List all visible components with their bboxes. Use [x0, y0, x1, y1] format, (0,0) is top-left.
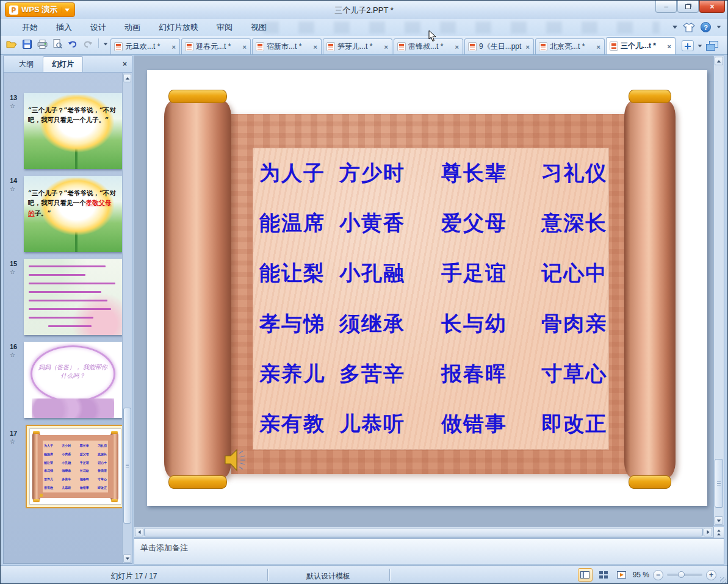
- slide-sorter-view-button[interactable]: [596, 568, 611, 582]
- doc-tab[interactable]: 9《生日...ppt *×: [464, 38, 534, 54]
- scrollbar-thumb[interactable]: [715, 459, 723, 508]
- slide-text-cell: 手足谊: [441, 259, 507, 287]
- design-template-button[interactable]: 默认设计模板: [267, 571, 389, 582]
- tab-outline[interactable]: 大纲: [10, 56, 43, 72]
- collapse-ribbon-icon[interactable]: [672, 26, 677, 29]
- redo-button[interactable]: [82, 38, 94, 50]
- status-divider: [389, 569, 390, 581]
- scrollbar-thumb[interactable]: [144, 528, 703, 536]
- doc-tab[interactable]: 元旦欢...t *×: [110, 38, 180, 54]
- slide-text-cell: 即改正: [541, 410, 607, 438]
- zoom-slider[interactable]: [667, 574, 702, 576]
- normal-view-icon: [580, 571, 589, 579]
- skin-shirt-icon[interactable]: [683, 23, 695, 32]
- tab-close-icon[interactable]: ×: [455, 43, 460, 51]
- doc-tab[interactable]: 迎春元...t *×: [181, 38, 251, 54]
- toolbar-separator: [98, 38, 99, 48]
- wps-menu-button[interactable]: P WPS 演示: [5, 2, 75, 17]
- zoom-slider-thumb[interactable]: [678, 571, 685, 578]
- tab-close-icon[interactable]: ×: [242, 43, 247, 51]
- animation-indicator-icon[interactable]: ☆: [10, 438, 15, 445]
- slide-text-cell: 为人子: [259, 159, 325, 187]
- undo-button[interactable]: [67, 38, 79, 50]
- slideshow-button[interactable]: [614, 568, 629, 582]
- normal-view-button[interactable]: [578, 568, 593, 582]
- slide-canvas[interactable]: 为人子方少时尊长辈习礼仪能温席小黄香爱父母意深长能让梨小孔融手足谊记心中孝与悌须…: [147, 70, 707, 506]
- horizontal-scrollbar[interactable]: [134, 527, 713, 538]
- scroll-up-button[interactable]: [123, 74, 131, 82]
- panel-close-icon[interactable]: ×: [123, 60, 127, 68]
- zoom-in-button[interactable]: +: [706, 570, 716, 580]
- tab-list-dropdown-icon[interactable]: [698, 45, 702, 47]
- menu-animation[interactable]: 动画: [115, 20, 150, 35]
- resize-grip[interactable]: [720, 577, 726, 583]
- restore-icon: [685, 4, 691, 9]
- doc-tab-label: 三个儿...t *: [621, 41, 665, 51]
- slide-text-row: 亲有教儿恭听做错事即改正: [253, 399, 608, 449]
- scroll-left-button[interactable]: [135, 528, 143, 536]
- inactive-ribbon-ghost: [263, 21, 660, 34]
- tab-close-icon[interactable]: ×: [525, 43, 530, 51]
- animation-indicator-icon[interactable]: ☆: [10, 269, 15, 275]
- doc-tab[interactable]: 宿新市...t *×: [252, 38, 322, 54]
- ppt-file-icon: [256, 42, 264, 51]
- doc-tab-active[interactable]: 三个儿...t *×: [606, 37, 676, 54]
- print-button[interactable]: [36, 38, 48, 50]
- menu-home[interactable]: 开始: [13, 20, 47, 35]
- animation-indicator-icon[interactable]: ☆: [10, 103, 15, 109]
- slide-text-cell: 须继承: [339, 310, 405, 338]
- tab-close-icon[interactable]: ×: [313, 43, 318, 51]
- print-preview-button[interactable]: [51, 38, 63, 50]
- sidebar-scrollbar[interactable]: [122, 73, 132, 563]
- double-up-icon: [717, 533, 721, 536]
- scroll-down-button[interactable]: [715, 516, 723, 525]
- open-button[interactable]: [5, 38, 18, 50]
- slide-number: 15: [10, 260, 23, 267]
- tab-close-icon[interactable]: ×: [596, 43, 601, 51]
- animation-indicator-icon[interactable]: ☆: [10, 186, 15, 192]
- minimize-button[interactable]: –: [655, 1, 677, 13]
- speaker-sound-icon[interactable]: [224, 447, 248, 473]
- wps-menu-dropdown[interactable]: [62, 7, 72, 13]
- doc-tab[interactable]: 北京亮...t *×: [535, 38, 605, 54]
- doc-tab[interactable]: 笋芽儿...t *×: [323, 38, 392, 54]
- restore-button[interactable]: [677, 1, 699, 13]
- app-name: WPS 演示: [21, 4, 57, 15]
- zoom-out-button[interactable]: −: [653, 570, 663, 580]
- thumb-mini-row: 为人子方少时尊长辈习礼仪: [44, 444, 107, 447]
- scrollbar-thumb[interactable]: [123, 408, 131, 524]
- notes-pane[interactable]: 单击添加备注: [134, 538, 724, 564]
- scroll-down-button[interactable]: [123, 554, 131, 563]
- wps-logo-icon: P: [9, 5, 18, 15]
- menu-design[interactable]: 设计: [81, 20, 115, 35]
- slide-text-row: 能让梨小孔融手足谊记心中: [253, 248, 608, 298]
- tab-close-icon[interactable]: ×: [667, 43, 672, 50]
- menu-review[interactable]: 审阅: [207, 20, 242, 35]
- slide-text-cell: 小黄香: [339, 209, 405, 237]
- text-line: [29, 308, 111, 310]
- scroll-right-button[interactable]: [704, 528, 712, 536]
- save-button[interactable]: [21, 38, 33, 50]
- doc-tab-label: 迎春元...t *: [196, 41, 240, 52]
- notes-placeholder[interactable]: 单击添加备注: [140, 543, 718, 553]
- help-dropdown-icon[interactable]: [717, 26, 721, 29]
- menu-insert[interactable]: 插入: [47, 20, 81, 35]
- vertical-scrollbar[interactable]: [713, 56, 724, 526]
- tab-close-icon[interactable]: ×: [384, 43, 389, 51]
- new-tab-button[interactable]: [682, 40, 694, 51]
- quick-toolbar-dropdown-icon[interactable]: [104, 43, 107, 45]
- previous-slide-button[interactable]: [713, 527, 724, 538]
- slide-text-cell: 亲养儿: [259, 360, 325, 388]
- help-button[interactable]: ?: [701, 22, 711, 32]
- tab-slides[interactable]: 幻灯片: [43, 56, 83, 72]
- slide-number: 17: [10, 430, 23, 437]
- open-folder-icon: [6, 40, 17, 48]
- scroll-roller-right: [624, 101, 676, 478]
- window-title: 三个儿子2.PPT *: [334, 5, 394, 16]
- tab-close-icon[interactable]: ×: [171, 43, 176, 51]
- menu-slideshow[interactable]: 幻灯片放映: [150, 20, 207, 35]
- close-button[interactable]: ×: [699, 1, 725, 13]
- animation-indicator-icon[interactable]: ☆: [10, 351, 15, 358]
- arrange-windows-icon[interactable]: [706, 41, 718, 51]
- scroll-up-button[interactable]: [715, 57, 723, 65]
